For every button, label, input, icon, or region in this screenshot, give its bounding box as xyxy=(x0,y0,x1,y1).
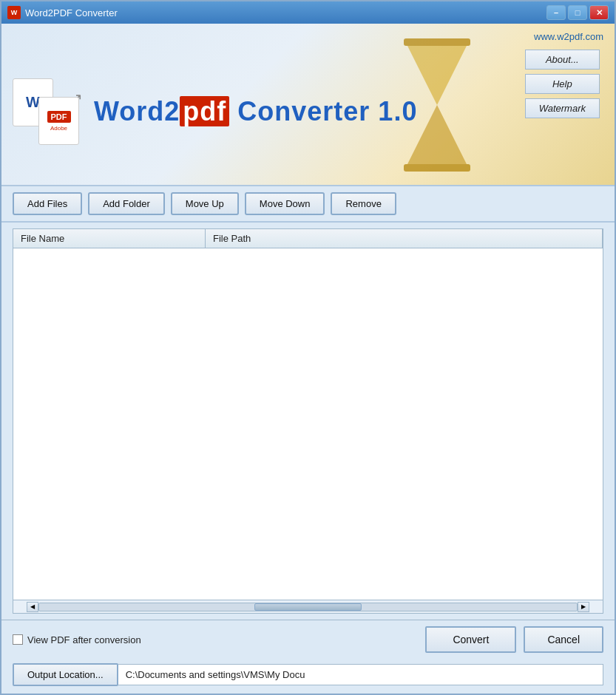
add-files-button[interactable]: Add Files xyxy=(13,192,82,215)
col-filepath-header: File Path xyxy=(206,229,603,248)
scroll-thumb[interactable] xyxy=(254,603,362,611)
file-list-container: File Name File Path ◀ ▶ xyxy=(13,228,603,614)
adobe-label: Adobe xyxy=(50,125,67,132)
about-button[interactable]: About... xyxy=(525,50,600,70)
minimize-button[interactable]: – xyxy=(546,5,566,20)
view-pdf-checkbox[interactable] xyxy=(13,634,23,645)
website-url: www.w2pdf.com xyxy=(13,31,603,42)
hg-bottom xyxy=(407,105,467,164)
header-right-buttons: About... Help Watermark xyxy=(525,50,600,118)
close-button[interactable]: ✕ xyxy=(589,5,609,20)
col-filename-header: File Name xyxy=(13,229,206,248)
title-bar: W Word2PDF Converter – □ ✕ xyxy=(1,1,615,24)
watermark-button[interactable]: Watermark xyxy=(525,98,600,118)
checkbox-area: View PDF after conversion xyxy=(13,634,418,645)
content-area: www.w2pdf.com W ↗ PDF Adobe xyxy=(1,24,615,694)
scroll-right-arrow[interactable]: ▶ xyxy=(578,602,589,612)
file-list-header: File Name File Path xyxy=(13,229,603,248)
app-icon: W xyxy=(7,6,21,19)
hourglass-decoration xyxy=(393,38,481,172)
main-window: W Word2PDF Converter – □ ✕ www.w2pdf.com… xyxy=(0,0,616,695)
app-title-pdf: pdf xyxy=(180,96,229,126)
logo-icon: W ↗ PDF Adobe xyxy=(13,78,79,145)
output-bar: Output Location... C:\Documents and sett… xyxy=(1,659,615,694)
pdf-doc-icon: PDF Adobe xyxy=(38,97,79,145)
toolbar: Add Files Add Folder Move Up Move Down R… xyxy=(1,186,615,223)
hourglass xyxy=(407,38,467,157)
move-down-button[interactable]: Move Down xyxy=(245,192,325,215)
output-path: C:\Documents and settings\VMS\My Docu xyxy=(118,664,603,685)
app-title: Word2pdf Converter 1.0 xyxy=(94,96,417,127)
remove-button[interactable]: Remove xyxy=(331,192,396,215)
header-section: www.w2pdf.com W ↗ PDF Adobe xyxy=(1,24,615,186)
hg-stand-bottom xyxy=(404,164,470,172)
maximize-button[interactable]: □ xyxy=(568,5,587,20)
app-logo: W ↗ PDF Adobe xyxy=(13,78,79,145)
output-location-button[interactable]: Output Location... xyxy=(13,663,118,686)
hg-top xyxy=(407,46,467,105)
app-title-word2: Word2 xyxy=(94,96,180,126)
add-folder-button[interactable]: Add Folder xyxy=(88,192,165,215)
scroll-track[interactable] xyxy=(38,603,578,611)
scroll-left-arrow[interactable]: ◀ xyxy=(27,602,38,612)
help-button[interactable]: Help xyxy=(525,74,600,94)
move-up-button[interactable]: Move Up xyxy=(171,192,239,215)
app-title-rest: Converter 1.0 xyxy=(229,96,417,126)
window-controls: – □ ✕ xyxy=(546,5,609,20)
hg-stand-top xyxy=(404,38,470,46)
bottom-bar: View PDF after conversion Convert Cancel xyxy=(1,620,615,659)
convert-button[interactable]: Convert xyxy=(425,626,516,653)
cancel-button[interactable]: Cancel xyxy=(524,626,603,653)
horizontal-scrollbar[interactable]: ◀ ▶ xyxy=(13,600,603,613)
window-title: Word2PDF Converter xyxy=(25,7,546,18)
header-main: W ↗ PDF Adobe Word2pdf Converter 1.0 xyxy=(13,46,603,177)
file-list-body[interactable] xyxy=(13,248,603,600)
view-pdf-label: View PDF after conversion xyxy=(27,634,141,645)
pdf-label: PDF xyxy=(47,111,71,123)
